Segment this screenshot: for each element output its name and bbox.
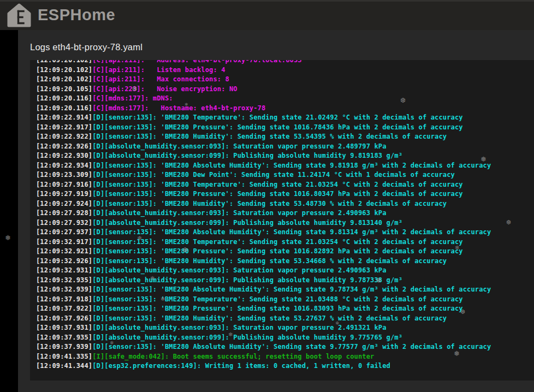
log-line: [12:09:20.102][C][api:211]: Max connecti… [36,75,531,85]
log-line-message: [D][absolute_humidity.sensor:093]: Satur… [92,142,386,150]
log-line-message: [D][absolute_humidity.sensor:093]: Satur… [92,209,386,217]
header-top-strip [0,0,534,2]
log-line: [12:09:23.309][D][sensor:135]: 'BME280 D… [36,170,531,180]
log-line-message: [D][sensor:135]: 'BME280 Humidity': Send… [92,133,447,140]
log-line: [12:09:37.939][D][sensor:135]: 'BME280 A… [36,342,531,352]
log-line-message: [D][absolute_humidity.sensor:099]: Publi… [92,334,402,341]
log-line-message: [D][sensor:135]: 'BME280 Humidity': Send… [92,200,447,207]
log-line: [12:09:32.931][D][absolute_humidity.sens… [36,266,531,276]
log-line-message: [D][sensor:135]: 'BME280 Temperature': S… [92,238,462,246]
log-line-message: [D][sensor:135]: 'BME280 Absolute Humidi… [92,343,491,351]
log-line: [12:09:20.102][C][api:211]: Listen backl… [36,66,531,75]
log-line-time: [12:09:22.917] [36,123,92,131]
log-line-time: [12:09:32.921] [36,247,92,255]
log-line-time: [12:09:32.926] [36,257,92,265]
log-line: [12:09:20.116][C][mdns:177]: mDNS: [36,94,531,104]
log-line: [12:09:37.935][D][absolute_humidity.sens… [36,333,531,343]
log-line-time: [12:09:32.935] [36,276,92,284]
log-line: [12:09:32.917][D][sensor:135]: 'BME280 T… [36,237,531,247]
log-line-message: [D][sensor:135]: 'BME280 Absolute Humidi… [92,228,491,236]
log-line: [12:09:20.102][C][api:211]: Address: eth… [36,60,531,66]
log-line: [12:09:32.926][D][sensor:135]: 'BME280 H… [36,257,531,266]
log-line-message: [D][absolute_humidity.sensor:093]: Satur… [92,324,386,331]
log-line: [12:09:27.916][D][sensor:135]: 'BME280 T… [36,180,531,190]
log-line-time: [12:09:20.102] [36,66,92,74]
log-line-time: [12:09:32.931] [36,266,92,274]
log-line-message: [D][sensor:135]: 'BME280 Absolute Humidi… [92,286,491,293]
esphome-logo-icon [7,3,31,27]
log-line-message: [D][absolute_humidity.sensor:093]: Satur… [92,266,386,274]
log-line: [12:09:32.935][D][absolute_humidity.sens… [36,276,531,286]
log-terminal[interactable]: [12:09:20.102][C][api:211]: Address: eth… [30,60,534,381]
log-line-message: [D][sensor:135]: 'BME280 Pressure': Send… [92,247,462,255]
log-line: [12:09:20.105][C][api:223]: Noise encryp… [36,85,531,94]
log-line-message: [D][absolute_humidity.sensor:099]: Publi… [92,219,402,227]
log-line-time: [12:09:23.309] [36,171,92,179]
log-line: [12:09:20.116][C][mdns:177]: Hostname: e… [36,104,531,114]
log-line-message: [I][safe_mode:042]: Boot seems successfu… [92,353,374,360]
log-line-time: [12:09:37.922] [36,305,92,312]
log-line-time: [12:09:20.105] [36,85,92,93]
log-line-time: [12:09:37.926] [36,314,92,322]
log-dialog: Logs eth4-bt-proxy-78.yaml [12:09:20.102… [18,30,534,392]
log-line: [12:09:22.917][D][sensor:135]: 'BME280 P… [36,123,531,133]
log-terminal-lines: [12:09:20.102][C][api:211]: Address: eth… [30,60,534,371]
log-line: [12:09:41.335][I][safe_mode:042]: Boot s… [36,352,531,362]
log-line-time: [12:09:20.116] [36,104,92,112]
log-line-time: [12:09:27.937] [36,228,92,236]
log-line-time: [12:09:41.344] [36,362,92,370]
log-line-message: [C][api:211]: Address: eth4-bt-proxy-78.… [92,60,301,64]
log-line-message: [D][sensor:135]: 'BME280 Temperature': S… [92,181,462,188]
log-line-time: [12:09:22.934] [36,162,92,169]
log-line-time: [12:09:37.935] [36,334,92,341]
app-header: ESPHome [0,0,534,30]
log-line-message: [D][sensor:135]: 'BME280 Pressure': Send… [92,123,462,131]
log-line-message: [D][sensor:135]: 'BME280 Humidity': Send… [92,257,447,265]
log-line-time: [12:09:37.931] [36,324,92,331]
log-line-time: [12:09:22.930] [36,152,92,159]
log-line-time: [12:09:22.922] [36,133,92,140]
log-line: [12:09:22.934][D][sensor:135]: 'BME280 A… [36,161,531,171]
log-line: [12:09:27.919][D][sensor:135]: 'BME280 P… [36,189,531,199]
log-line-message: [C][api:211]: Listen backlog: 4 [92,66,225,74]
log-line-message: [C][api:223]: Noise encryption: NO [92,85,238,93]
log-line-time: [12:09:32.917] [36,238,92,246]
log-line: [12:09:27.924][D][sensor:135]: 'BME280 H… [36,199,531,209]
log-line: [12:09:27.932][D][absolute_humidity.sens… [36,218,531,228]
log-line-message: [D][absolute_humidity.sensor:099]: Publi… [92,276,402,284]
log-line: [12:09:22.926][D][absolute_humidity.sens… [36,142,531,152]
log-line-time: [12:09:27.919] [36,190,92,198]
log-line: [12:09:32.939][D][sensor:135]: 'BME280 A… [36,285,531,295]
log-line-time: [12:09:20.102] [36,75,92,83]
log-line-message: [D][sensor:135]: 'BME280 Pressure': Send… [92,190,462,198]
log-line-time: [12:09:41.335] [36,353,92,360]
log-line: [12:09:22.930][D][absolute_humidity.sens… [36,151,531,161]
log-line-time: [12:09:27.928] [36,209,92,217]
log-line-message: [D][sensor:135]: 'BME280 Pressure': Send… [92,305,462,312]
log-line-time: [12:09:32.939] [36,286,92,293]
log-line-time: [12:09:22.926] [36,142,92,150]
log-line-message: [C][mdns:177]: mDNS: [92,94,173,102]
log-line-message: [D][esp32.preferences:149]: Writing 1 it… [92,362,390,370]
log-line: [12:09:22.922][D][sensor:135]: 'BME280 H… [36,132,531,142]
app-title: ESPHome [38,6,115,24]
log-line: [12:09:37.918][D][sensor:135]: 'BME280 T… [36,295,531,305]
log-line-message: [D][sensor:135]: 'BME280 Temperature': S… [92,295,462,303]
log-line-message: [C][mdns:177]: Hostname: eth4-bt-proxy-7… [92,104,265,112]
log-line-time: [12:09:37.939] [36,343,92,351]
log-line-time: [12:09:27.924] [36,200,92,207]
log-line: [12:09:37.922][D][sensor:135]: 'BME280 P… [36,304,531,314]
log-line-time: [12:09:20.116] [36,94,92,102]
log-line-message: [D][sensor:135]: 'BME280 Absolute Humidi… [92,162,491,169]
log-line: [12:09:37.926][D][sensor:135]: 'BME280 H… [36,314,531,324]
log-line-time: [12:09:27.916] [36,181,92,188]
log-line-time: [12:09:22.914] [36,114,92,121]
log-line: [12:09:32.921][D][sensor:135]: 'BME280 P… [36,247,531,257]
dialog-title: Logs eth4-bt-proxy-78.yaml [30,42,143,52]
log-line-message: [C][api:211]: Max connections: 8 [92,75,229,83]
log-line-time: [12:09:20.102] [36,60,92,64]
log-line: [12:09:41.344][D][esp32.preferences:149]… [36,361,531,371]
log-line: [12:09:37.931][D][absolute_humidity.sens… [36,323,531,333]
log-line-time: [12:09:37.918] [36,295,92,303]
log-line-message: [D][sensor:135]: 'BME280 Humidity': Send… [92,314,447,322]
